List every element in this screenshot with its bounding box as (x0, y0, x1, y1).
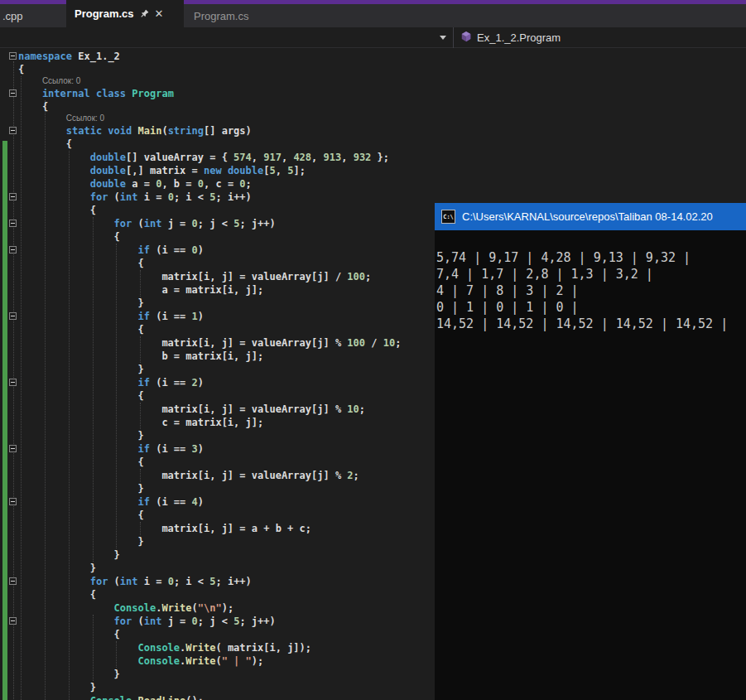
code-line[interactable]: } (18, 668, 401, 681)
fold-toggle-icon[interactable] (9, 127, 17, 134)
code-line[interactable]: { (18, 138, 401, 151)
code-line[interactable]: internal class Program (18, 87, 401, 100)
chevron-down-icon[interactable] (440, 36, 446, 40)
code-line[interactable]: { (18, 628, 401, 641)
fold-toggle-icon[interactable] (9, 220, 17, 227)
code-line[interactable]: matrix[i, j] = a + b + c; (18, 522, 401, 535)
code-line[interactable]: for (int j = 0; j < 5; j++) (18, 217, 401, 230)
code-line[interactable]: { (18, 230, 401, 244)
navigation-bar: Ex_1._2.Program (0, 27, 746, 48)
code-line[interactable]: { (18, 456, 401, 469)
console-title: C:\Users\KARNAL\source\repos\Taliban 08-… (462, 210, 713, 223)
fold-toggle-icon[interactable] (9, 246, 17, 253)
code-line[interactable]: { (18, 63, 401, 76)
console-window: C:\ C:\Users\KARNAL\source\repos\Taliban… (435, 203, 746, 700)
tab-label: .cpp (2, 10, 23, 22)
fold-toggle-icon[interactable] (9, 379, 17, 386)
code-line[interactable]: b = matrix[i, j]; (18, 350, 401, 363)
fold-toggle-icon[interactable] (9, 312, 17, 320)
type-label: Ex_1._2.Program (477, 31, 561, 44)
code-line[interactable]: } (18, 297, 401, 310)
tab-cpp-file[interactable]: .cpp (0, 4, 66, 27)
code-line[interactable]: { (18, 389, 401, 403)
code-line[interactable]: Console.Write( matrix[i, j]); (18, 641, 401, 654)
code-line[interactable]: Console.Write(" | "); (18, 654, 401, 668)
fold-toggle-icon[interactable] (9, 577, 17, 585)
code-line[interactable]: } (18, 562, 401, 575)
code-line[interactable]: matrix[i, j] = valueArray[j] % 2; (18, 469, 401, 482)
tab-program-cs-active[interactable]: Program.cs ✕ (66, 0, 184, 27)
tab-bar: .cpp Program.cs ✕ Program.cs (0, 0, 746, 27)
code-line[interactable]: } (18, 535, 401, 548)
pin-icon[interactable] (140, 9, 149, 18)
code-line[interactable]: matrix[i, j] = valueArray[j] % 10; (18, 403, 401, 416)
code-line[interactable]: { (18, 257, 401, 270)
code-line[interactable]: namespace Ex_1._2 (18, 50, 401, 63)
code-line[interactable]: { (18, 509, 401, 522)
fold-toggle-icon[interactable] (9, 193, 17, 200)
code-line[interactable]: a = matrix[i, j]; (18, 283, 401, 297)
fold-toggle-icon[interactable] (9, 89, 17, 97)
code-line[interactable]: double[,] matrix = new double[5, 5]; (18, 164, 401, 177)
code-line[interactable]: static void Main(string[] args) (18, 124, 401, 138)
console-output-line: 7,4 | 1,7 | 2,8 | 1,3 | 3,2 | (436, 266, 746, 282)
code-line[interactable]: for (int i = 0; i < 5; i++) (18, 191, 401, 204)
change-tracking-bar (2, 141, 7, 700)
code-line[interactable]: Console.ReadLine(); (18, 694, 401, 700)
console-output-line: 5,74 | 9,17 | 4,28 | 9,13 | 9,32 | (436, 249, 746, 266)
tab-label: Program.cs (75, 7, 134, 20)
codelens-label[interactable]: Ссылок: 0 (18, 76, 401, 87)
console-output-line: 0 | 1 | 0 | 1 | 0 | (436, 299, 746, 316)
code-surface[interactable]: namespace Ex_1._2{Ссылок: 0 internal cla… (18, 48, 401, 700)
code-line[interactable]: for (int i = 0; i < 5; i++) (18, 575, 401, 588)
fold-toggle-icon[interactable] (9, 52, 17, 60)
console-output-line: 4 | 7 | 8 | 3 | 2 | (436, 282, 746, 299)
code-line[interactable]: if (i == 0) (18, 244, 401, 257)
close-icon[interactable]: ✕ (155, 8, 164, 19)
code-line[interactable]: } (18, 681, 401, 694)
code-line[interactable]: } (18, 482, 401, 495)
code-line[interactable]: } (18, 363, 401, 376)
fold-toggle-icon[interactable] (9, 498, 17, 505)
type-dropdown[interactable]: Ex_1._2.Program (455, 27, 746, 48)
code-line[interactable]: if (i == 2) (18, 376, 401, 389)
code-line[interactable]: matrix[i, j] = valueArray[j] % 100 / 10; (18, 336, 401, 350)
fold-toggle-icon[interactable] (9, 617, 17, 625)
code-line[interactable]: c = matrix[i, j]; (18, 416, 401, 429)
project-dropdown[interactable] (0, 27, 454, 48)
code-line[interactable]: Console.Write("\n"); (18, 601, 401, 615)
console-output: 5,74 | 9,17 | 4,28 | 9,13 | 9,32 |7,4 | … (435, 230, 746, 332)
code-line[interactable]: matrix[i, j] = valueArray[j] / 100; (18, 270, 401, 283)
code-line[interactable]: { (18, 100, 401, 113)
console-title-bar[interactable]: C:\ C:\Users\KARNAL\source\repos\Taliban… (435, 203, 746, 230)
visual-studio-window: { "colors": { "accent_purple": "#5C2D91"… (0, 0, 746, 700)
code-line[interactable]: if (i == 1) (18, 310, 401, 323)
code-line[interactable]: double a = 0, b = 0, c = 0; (18, 177, 401, 191)
code-line[interactable]: { (18, 588, 401, 601)
code-line[interactable]: if (i == 3) (18, 442, 401, 456)
tab-program-cs-inactive[interactable]: Program.cs (184, 4, 258, 27)
code-line[interactable]: if (i == 4) (18, 495, 401, 509)
tab-label: Program.cs (194, 10, 248, 22)
code-line[interactable]: for (int j = 0; j < 5; j++) (18, 615, 401, 628)
console-icon: C:\ (441, 210, 455, 224)
code-line[interactable]: { (18, 323, 401, 336)
fold-toggle-icon[interactable] (9, 445, 17, 452)
class-icon (460, 31, 472, 45)
codelens-label[interactable]: Ссылок: 0 (18, 113, 401, 124)
console-output-line (436, 233, 746, 249)
code-line[interactable]: } (18, 429, 401, 442)
console-output-line: 14,52 | 14,52 | 14,52 | 14,52 | 14,52 | (436, 316, 746, 332)
code-line[interactable]: { (18, 204, 401, 217)
code-line[interactable]: } (18, 548, 401, 562)
code-line[interactable]: double[] valueArray = { 574, 917, 428, 9… (18, 151, 401, 164)
